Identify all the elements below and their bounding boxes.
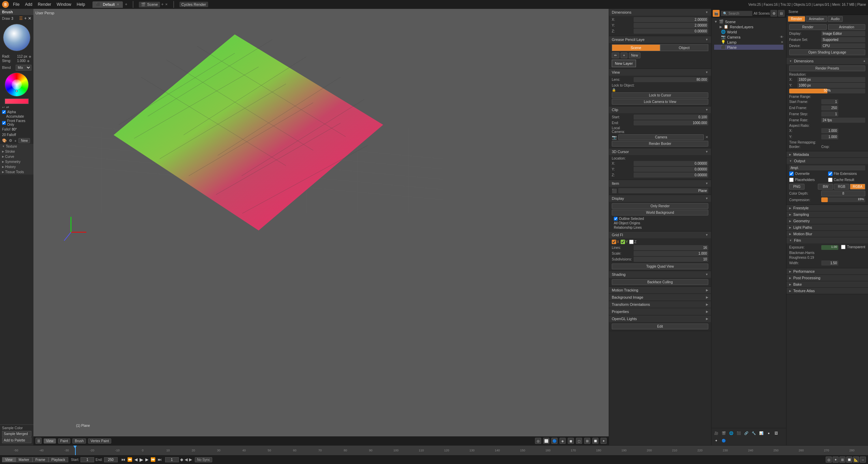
scene-close-btn[interactable]: ✕ [165, 3, 168, 6]
toggle-quad-btn[interactable]: Toggle Quad View [612, 264, 708, 269]
plus-icon[interactable]: + [14, 139, 16, 143]
compression-bar[interactable]: 15% [821, 197, 865, 202]
view-mode-btn[interactable]: View [44, 438, 56, 444]
material-icon[interactable]: ● [765, 430, 772, 436]
grid-lines-input[interactable] [634, 245, 708, 250]
scene-selector[interactable]: 🎬 Scene [139, 2, 160, 8]
data-icon[interactable]: 📊 [758, 430, 765, 436]
object-icon[interactable]: ⬛ [735, 430, 742, 436]
color-depth-btn[interactable]: 8 [821, 191, 865, 196]
camera-btn[interactable]: Camera [618, 134, 704, 140]
motion-tracking-header[interactable]: Motion Tracking ▶ [609, 287, 711, 294]
rgba-btn[interactable]: RGBA [850, 184, 865, 190]
marker-btn[interactable]: Marker [16, 457, 32, 462]
play-btn[interactable]: ▶ [139, 457, 144, 462]
radi-pressure-icon[interactable]: ◈ [29, 55, 31, 58]
texture-icon[interactable]: 🖼 [773, 430, 780, 436]
paint-mode-btn[interactable]: Paint [58, 438, 71, 444]
texture-section[interactable]: Texture [0, 144, 33, 149]
jump-start-btn[interactable]: ⏮ [120, 457, 126, 462]
add-preset-icon[interactable]: + [863, 59, 865, 63]
step-prev-btn[interactable]: ◀ [134, 457, 138, 462]
menu-file[interactable]: File [13, 2, 19, 7]
bake-header[interactable]: ▶ Bake [786, 281, 868, 287]
lamp-close-icon[interactable]: ✕ [781, 40, 783, 44]
stroke-section[interactable]: Stroke [0, 149, 33, 154]
end-frame-input[interactable] [821, 105, 838, 110]
viewport-menu-icon[interactable]: ☰ [35, 438, 42, 444]
outliner-scene-icon[interactable]: 🎬 [713, 10, 720, 17]
grid-subdivisions-input[interactable] [634, 257, 708, 262]
add-palette-btn[interactable]: Add to Palette [2, 437, 31, 443]
aspect-x-input[interactable] [821, 128, 838, 133]
playback-btn[interactable]: Playback [48, 457, 69, 462]
bottom-icon3[interactable]: ⊞ [839, 456, 845, 463]
grid-z-check[interactable] [629, 240, 634, 244]
palette-icon[interactable]: 🎨 [2, 138, 7, 143]
tree-lamp[interactable]: 💡 Lamp ✕ [714, 40, 783, 45]
jump-next-btn[interactable]: ⏩ [150, 457, 156, 462]
viewport-icon4[interactable]: ◈ [560, 438, 566, 444]
jump-end-btn[interactable]: ⏭ [157, 457, 162, 462]
film-header[interactable]: ▼ Film [786, 237, 868, 243]
opengl-lights-header[interactable]: OpenGL Lights ▶ [609, 315, 711, 322]
dimensions-header[interactable]: Dimensions ▼ [609, 9, 711, 16]
grid-header[interactable]: Grid Fl ▼ [609, 231, 711, 238]
background-image-header[interactable]: Background Image ▶ [609, 294, 711, 301]
res-x-input[interactable] [797, 77, 865, 82]
alpha-check[interactable] [2, 110, 6, 114]
gp-object-tab[interactable]: Object [660, 44, 709, 51]
vertex-paint-btn[interactable]: Vertex Paint [88, 438, 111, 444]
reset-color-icon[interactable]: ↩ [2, 105, 5, 109]
render-icon[interactable]: 🎥 [713, 430, 720, 436]
format-btn[interactable]: PNG [789, 184, 805, 190]
clip-end-input[interactable] [634, 120, 708, 125]
clip-header[interactable]: Clip ▼ [609, 106, 711, 113]
tissue-tools-section[interactable]: Tissue Tools [0, 169, 33, 175]
cursor-z-input[interactable] [634, 173, 708, 178]
bw-btn[interactable]: BW [818, 184, 833, 190]
viewport-icon3[interactable]: 🔵 [551, 438, 558, 444]
freestyle-header[interactable]: ▶ Freestyle [786, 205, 868, 211]
outliner-filter-icon[interactable]: ⊟ [778, 10, 785, 17]
outliner-settings-icon[interactable]: ⚙ [770, 10, 777, 17]
metadata-header[interactable]: ▶ Metadata [786, 151, 868, 158]
display-header[interactable]: Display ▼ [609, 195, 711, 202]
add-workspace-btn[interactable]: + [125, 2, 127, 7]
no-sync-btn[interactable]: No Sync [195, 457, 213, 462]
dim-y-input[interactable] [634, 23, 708, 28]
motion-blur-header[interactable]: ▶ Motion Blur [786, 231, 868, 237]
bottom-icon1[interactable]: ◎ [826, 456, 832, 463]
texture-atlas-header[interactable]: ▶ Texture Atlas [786, 288, 868, 294]
shading-header[interactable]: Shading ▼ [609, 271, 711, 278]
render-tab[interactable]: Render [788, 16, 805, 22]
frame-btn[interactable]: Frame [32, 457, 48, 462]
tree-camera[interactable]: 📷 Camera 👁 [714, 34, 783, 40]
cache-check[interactable] [828, 178, 833, 182]
render-border-btn[interactable]: Render Border [612, 141, 708, 147]
symmetry-section[interactable]: Symmetry [0, 159, 33, 164]
grease-pencil-header[interactable]: Grease Pencil Laye ▼ [609, 36, 711, 43]
color-swatch[interactable] [5, 99, 29, 104]
world-icon2[interactable]: 🌐 [728, 430, 735, 436]
menu-render[interactable]: Render [38, 2, 51, 7]
strng-pressure-icon[interactable]: ◈ [27, 59, 30, 63]
width-input[interactable] [821, 260, 838, 266]
bottom-icon5[interactable]: 📐 [853, 456, 859, 463]
step-next-btn[interactable]: ▶ [145, 457, 149, 462]
brush-add-icon[interactable]: + [24, 16, 27, 21]
open-shading-btn[interactable]: Open Shading Language [789, 49, 865, 55]
physics-icon[interactable]: 🔵 [720, 437, 727, 444]
output-header[interactable]: ▼ Output [786, 158, 868, 164]
world-background-btn[interactable]: World Background [612, 210, 708, 215]
cursor-x-input[interactable] [634, 161, 708, 166]
edit-lights-btn[interactable]: Edit [612, 324, 708, 329]
timeline[interactable]: -50 -40 -30 -20 -10 0 10 20 30 40 50 60 … [0, 446, 868, 455]
cursor-y-input[interactable] [634, 167, 708, 172]
tree-renderlayers[interactable]: ▶ 📋 RenderLayers [714, 24, 783, 29]
tree-world[interactable]: 🌐 World [714, 29, 783, 34]
color-flip-icon[interactable]: ⇄ [6, 105, 9, 109]
dim-x-input[interactable] [634, 17, 708, 22]
post-processing-header[interactable]: ▶ Post Processing [786, 275, 868, 281]
menu-add[interactable]: Add [25, 2, 32, 7]
